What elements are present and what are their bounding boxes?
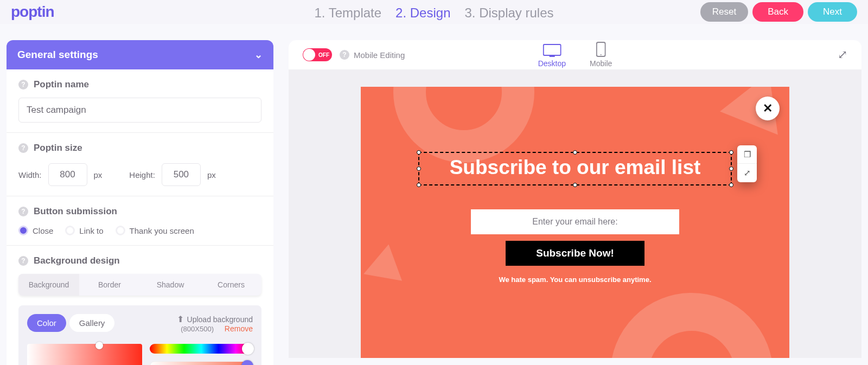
- device-label: Desktop: [538, 59, 566, 68]
- bg-tabs: Background Border Shadow Corners: [18, 274, 261, 296]
- decor-circle: [610, 293, 773, 358]
- close-icon: ✕: [763, 101, 773, 116]
- help-icon[interactable]: ?: [18, 256, 28, 266]
- mobile-icon: [596, 42, 606, 57]
- bg-panel: Color Gallery ⬆Upload background (800X50…: [18, 305, 261, 365]
- pill-color[interactable]: Color: [27, 314, 66, 332]
- device-label: Mobile: [590, 59, 612, 68]
- pill-gallery[interactable]: Gallery: [69, 314, 115, 332]
- poptin-size-label: Poptin size: [34, 143, 82, 153]
- subscribe-button-element[interactable]: Subscribe Now!: [506, 241, 644, 266]
- headline-element[interactable]: Subscribe to our email list: [418, 152, 732, 185]
- general-settings-header[interactable]: General settings ⌄: [7, 40, 273, 69]
- back-button[interactable]: Back: [752, 2, 803, 22]
- wizard-steps: 1. Template 2. Design 3. Display rules: [314, 5, 553, 21]
- popup-preview[interactable]: ✕ ❐ ⤢ Subscribe to our email list Enter …: [361, 87, 789, 358]
- width-label: Width:: [18, 170, 42, 180]
- unit-label: px: [94, 170, 103, 180]
- svg-rect-1: [549, 56, 554, 57]
- button-submission-label: Button submission: [34, 206, 117, 217]
- poptin-stage: ✕ ❐ ⤢ Subscribe to our email list Enter …: [289, 69, 861, 358]
- tab-shadow[interactable]: Shadow: [140, 274, 201, 296]
- design-canvas: OFF ? Mobile Editing Desktop Mobile ⤢: [289, 40, 861, 365]
- mobile-editing-label: Mobile Editing: [354, 50, 405, 60]
- popup-close-button[interactable]: ✕: [756, 97, 780, 120]
- headline-text[interactable]: Subscribe to our email list: [419, 156, 731, 179]
- poptin-name-label: Poptin name: [34, 79, 89, 90]
- upload-background[interactable]: ⬆Upload background (800X500) Remove: [177, 314, 253, 333]
- svg-rect-0: [543, 44, 560, 55]
- upload-icon: ⬆: [177, 315, 184, 324]
- width-input[interactable]: [48, 163, 87, 186]
- upload-label: Upload background: [187, 315, 253, 324]
- svg-point-3: [601, 54, 602, 55]
- canvas-toolbar: OFF ? Mobile Editing Desktop Mobile ⤢: [289, 40, 861, 69]
- decor-circle: [393, 87, 534, 163]
- radio-label: Thank you screen: [130, 226, 194, 235]
- toggle-state: OFF: [318, 52, 329, 58]
- radio-link-to[interactable]: Link to: [65, 226, 103, 235]
- mobile-editing-toggle[interactable]: OFF: [303, 48, 332, 61]
- radio-icon: [65, 226, 75, 235]
- help-icon[interactable]: ?: [18, 207, 28, 216]
- desktop-icon: [542, 44, 561, 57]
- help-icon[interactable]: ?: [18, 80, 28, 89]
- device-desktop[interactable]: Desktop: [538, 44, 566, 68]
- device-mobile[interactable]: Mobile: [590, 42, 612, 68]
- radio-close[interactable]: Close: [18, 226, 53, 235]
- email-input-element[interactable]: Enter your email here:: [471, 209, 679, 234]
- radio-label: Close: [33, 226, 53, 235]
- step-display-rules[interactable]: 3. Display rules: [464, 5, 553, 21]
- background-design-label: Background design: [34, 255, 120, 266]
- radio-label: Link to: [79, 226, 103, 235]
- help-icon[interactable]: ?: [340, 50, 349, 60]
- saturation-picker[interactable]: [27, 344, 142, 365]
- height-input[interactable]: [162, 163, 201, 186]
- tab-corners[interactable]: Corners: [201, 274, 261, 296]
- logo: poptin: [11, 3, 54, 21]
- tab-background[interactable]: Background: [18, 274, 79, 296]
- alpha-slider[interactable]: [150, 361, 253, 365]
- height-label: Height:: [129, 170, 155, 180]
- radio-icon: [18, 226, 28, 235]
- header-buttons: Reset Back Next: [700, 2, 857, 22]
- radio-thank-you[interactable]: Thank you screen: [116, 226, 194, 235]
- help-icon[interactable]: ?: [18, 143, 28, 153]
- remove-link[interactable]: Remove: [225, 324, 253, 333]
- upload-dim: (800X500): [181, 325, 214, 333]
- toggle-knob: [303, 49, 315, 61]
- step-design[interactable]: 2. Design: [395, 5, 450, 21]
- reset-button[interactable]: Reset: [700, 2, 748, 22]
- step-template[interactable]: 1. Template: [314, 5, 381, 21]
- poptin-name-input[interactable]: [18, 98, 261, 123]
- next-button[interactable]: Next: [808, 2, 857, 22]
- chevron-down-icon: ⌄: [254, 49, 263, 61]
- disclaimer-text[interactable]: We hate spam. You can unsubscribe anytim…: [361, 276, 789, 284]
- tab-border[interactable]: Border: [79, 274, 140, 296]
- radio-icon: [116, 226, 125, 235]
- expand-icon[interactable]: ⤢: [838, 48, 847, 62]
- accordion-title: General settings: [17, 49, 98, 61]
- unit-label: px: [207, 170, 216, 180]
- settings-sidebar: General settings ⌄ ? Poptin name ? Popti…: [7, 40, 273, 365]
- hue-slider[interactable]: [150, 344, 253, 354]
- app-header: poptin 1. Template 2. Design 3. Display …: [0, 0, 868, 24]
